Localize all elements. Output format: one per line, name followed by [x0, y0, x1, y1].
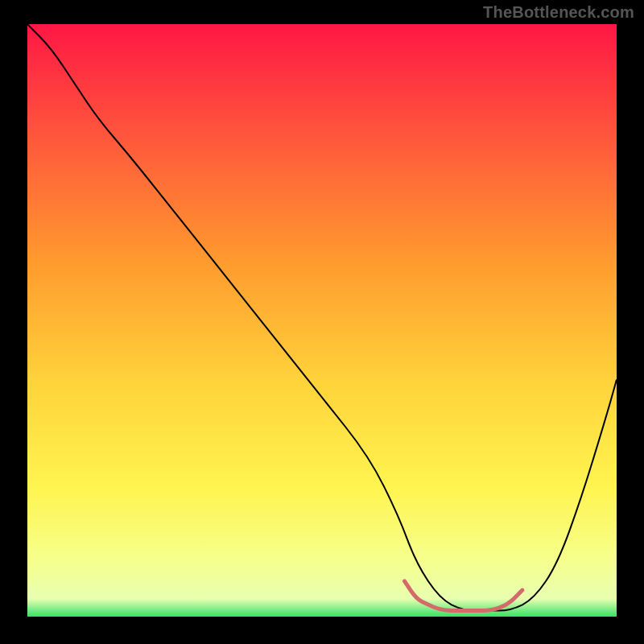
chart-svg: [27, 24, 617, 617]
watermark-text: TheBottleneck.com: [483, 3, 634, 22]
chart-stage: TheBottleneck.com: [0, 0, 644, 644]
plot-area: [27, 24, 617, 617]
gradient-rect: [27, 24, 617, 617]
